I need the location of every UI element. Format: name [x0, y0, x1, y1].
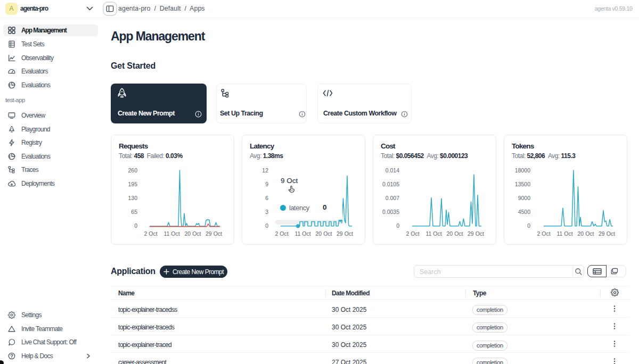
svg-text:29 Oct: 29 Oct [206, 230, 222, 237]
svg-text:20 Oct: 20 Oct [578, 230, 594, 237]
svg-text:65: 65 [131, 209, 137, 215]
svg-text:0: 0 [527, 222, 530, 229]
svg-text:0.0105: 0.0105 [382, 181, 399, 187]
svg-text:18000: 18000 [515, 167, 530, 173]
svg-text:13500: 13500 [515, 181, 530, 187]
svg-text:2 Oct: 2 Oct [275, 230, 288, 237]
svg-text:11 Oct: 11 Oct [556, 230, 572, 237]
svg-text:29 Oct: 29 Oct [337, 230, 353, 237]
svg-text:0: 0 [134, 222, 137, 229]
svg-text:3: 3 [265, 209, 268, 215]
svg-text:0: 0 [265, 222, 268, 229]
svg-text:0: 0 [396, 222, 399, 229]
svg-text:2 Oct: 2 Oct [537, 230, 550, 237]
svg-text:260: 260 [128, 167, 137, 173]
svg-text:6: 6 [265, 195, 268, 201]
svg-text:11 Oct: 11 Oct [163, 230, 179, 237]
svg-text:29 Oct: 29 Oct [468, 230, 484, 237]
svg-text:11 Oct: 11 Oct [294, 230, 310, 237]
svg-text:195: 195 [128, 181, 137, 187]
svg-text:20 Oct: 20 Oct [447, 230, 463, 237]
svg-text:12: 12 [262, 167, 268, 173]
svg-text:9: 9 [265, 181, 268, 187]
svg-text:0.014: 0.014 [386, 167, 399, 173]
svg-text:2 Oct: 2 Oct [406, 230, 419, 237]
svg-text:9000: 9000 [518, 195, 531, 201]
svg-text:0.007: 0.007 [386, 195, 399, 201]
svg-text:20 Oct: 20 Oct [185, 230, 201, 237]
svg-text:130: 130 [128, 195, 137, 201]
svg-text:20 Oct: 20 Oct [316, 230, 332, 237]
svg-text:2 Oct: 2 Oct [144, 230, 157, 237]
svg-text:4500: 4500 [518, 209, 531, 215]
svg-text:29 Oct: 29 Oct [599, 230, 615, 237]
svg-text:0.0035: 0.0035 [382, 209, 399, 215]
svg-text:11 Oct: 11 Oct [425, 230, 441, 237]
